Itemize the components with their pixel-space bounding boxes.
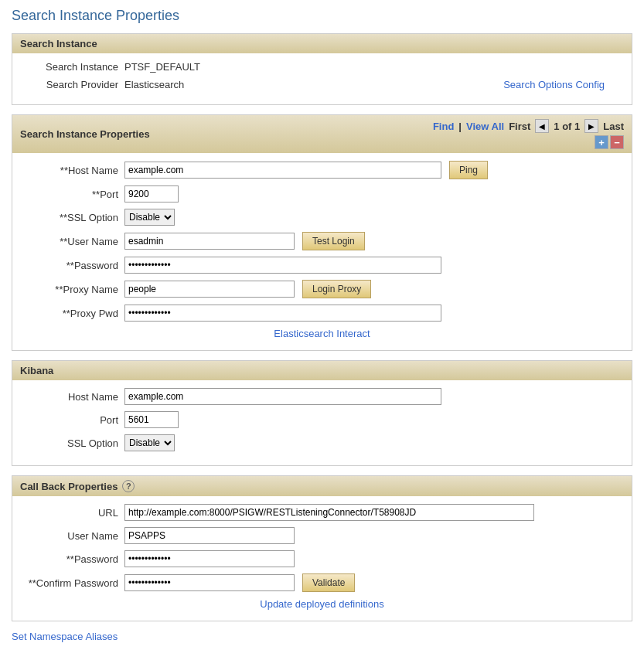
update-deployed-link[interactable]: Update deployed definitions	[260, 598, 383, 610]
host-name-label: *Host Name	[24, 165, 124, 176]
provider-value: Elasticsearch	[124, 79, 503, 90]
page-info: 1 of 1	[554, 121, 580, 132]
kibana-port-row: Port	[24, 411, 620, 428]
kibana-port-input[interactable]	[124, 411, 179, 428]
provider-label: Search Provider	[24, 79, 124, 90]
callback-url-row: URL	[24, 504, 620, 521]
validate-button[interactable]: Validate	[302, 573, 355, 592]
callback-info-icon[interactable]: ?	[122, 480, 135, 492]
remove-row-button[interactable]: −	[610, 135, 624, 149]
kibana-ssl-select[interactable]: Disable Enable	[124, 434, 175, 451]
ssl-row: *SSL Option Disable Enable	[24, 209, 620, 226]
host-name-input[interactable]	[124, 162, 441, 179]
ssl-label: *SSL Option	[24, 212, 124, 223]
page-container: Search Instance Properties Search Instan…	[0, 0, 644, 650]
callback-password-label: *Password	[24, 553, 124, 565]
callback-password-input[interactable]	[124, 550, 295, 567]
username-input[interactable]	[124, 233, 295, 250]
search-instance-header-label: Search Instance	[20, 38, 97, 49]
username-row: *User Name Test Login	[24, 232, 620, 250]
callback-username-input[interactable]	[124, 527, 295, 544]
port-row: *Port	[24, 185, 620, 202]
search-instance-body: Search Instance PTSF_DEFAULT Search Prov…	[12, 53, 632, 104]
bottom-link-area: Set Namespace Aliases	[12, 631, 632, 642]
instance-value: PTSF_DEFAULT	[124, 61, 200, 73]
ssl-select[interactable]: Disable Enable	[124, 209, 175, 226]
test-login-button[interactable]: Test Login	[302, 232, 365, 250]
host-name-row: *Host Name Ping	[24, 161, 620, 179]
page-title: Search Instance Properties	[12, 8, 632, 24]
proxy-name-label: *Proxy Name	[24, 284, 124, 295]
ping-button[interactable]: Ping	[449, 161, 488, 179]
kibana-host-label: Host Name	[24, 391, 124, 403]
callback-url-label: URL	[24, 507, 124, 519]
properties-header-top: Find | View All First ◀ 1 of 1 ▶ Last	[433, 119, 624, 133]
kibana-host-row: Host Name	[24, 388, 620, 405]
callback-header: Call Back Properties ?	[12, 476, 632, 496]
properties-header-label: Search Instance Properties	[20, 128, 150, 140]
kibana-body: Host Name Port SSL Option Disable Enable	[12, 380, 632, 465]
kibana-ssl-label: SSL Option	[24, 437, 124, 449]
callback-url-input[interactable]	[124, 504, 534, 521]
proxy-login-button[interactable]: Login Proxy	[302, 280, 371, 298]
search-instance-header: Search Instance	[12, 34, 632, 53]
callback-confirm-pwd-row: *Confirm Password Validate	[24, 573, 620, 592]
next-page-button[interactable]: ▶	[584, 119, 598, 133]
add-remove-area: + −	[595, 135, 624, 149]
password-row: *Password	[24, 257, 620, 274]
password-input[interactable]	[124, 257, 441, 274]
properties-header-left: Search Instance Properties	[20, 128, 150, 140]
es-interact-row: Elasticsearch Interact	[24, 328, 620, 339]
port-label: *Port	[24, 189, 124, 200]
kibana-section: Kibana Host Name Port SSL Option Disable…	[12, 360, 632, 466]
proxy-name-input[interactable]	[124, 281, 295, 298]
separator: |	[458, 121, 462, 132]
properties-section-header: Search Instance Properties Find | View A…	[12, 115, 632, 153]
callback-confirm-pwd-label: *Confirm Password	[24, 577, 124, 589]
callback-body: URL User Name *Password *Confirm Passwor…	[12, 496, 632, 621]
proxy-pwd-input[interactable]	[124, 305, 441, 322]
search-instance-section: Search Instance Search Instance PTSF_DEF…	[12, 33, 632, 105]
username-label: *User Name	[24, 236, 124, 247]
callback-username-label: User Name	[24, 530, 124, 542]
callback-section: Call Back Properties ? URL User Name *Pa…	[12, 475, 632, 621]
properties-header-right: Find | View All First ◀ 1 of 1 ▶ Last + …	[433, 119, 624, 149]
es-interact-link[interactable]: Elasticsearch Interact	[274, 328, 370, 339]
update-deployed-row: Update deployed definitions	[24, 598, 620, 610]
kibana-header: Kibana	[12, 361, 632, 380]
callback-header-left: Call Back Properties ?	[20, 480, 135, 492]
proxy-pwd-row: *Proxy Pwd	[24, 305, 620, 322]
port-input[interactable]	[124, 185, 179, 202]
callback-header-label: Call Back Properties	[20, 481, 118, 492]
view-all-link[interactable]: View All	[466, 121, 504, 132]
callback-password-row: *Password	[24, 550, 620, 567]
properties-section: Search Instance Properties Find | View A…	[12, 114, 632, 351]
search-options-config-link[interactable]: Search Options Config	[503, 79, 605, 90]
instance-label: Search Instance	[24, 61, 124, 73]
last-label: Last	[603, 121, 624, 132]
password-label: *Password	[24, 260, 124, 271]
kibana-header-label: Kibana	[20, 365, 53, 376]
kibana-host-input[interactable]	[124, 388, 441, 405]
proxy-pwd-label: *Proxy Pwd	[24, 308, 124, 319]
provider-row: Search Provider Elasticsearch Search Opt…	[24, 79, 620, 90]
namespace-link[interactable]: Set Namespace Aliases	[12, 631, 118, 642]
find-link[interactable]: Find	[433, 121, 454, 132]
proxy-name-row: *Proxy Name Login Proxy	[24, 280, 620, 298]
properties-body: *Host Name Ping *Port *SSL Option Disabl…	[12, 153, 632, 350]
prev-page-button[interactable]: ◀	[535, 119, 549, 133]
instance-row: Search Instance PTSF_DEFAULT	[24, 61, 620, 73]
first-label: First	[509, 121, 530, 132]
kibana-ssl-row: SSL Option Disable Enable	[24, 434, 620, 451]
kibana-port-label: Port	[24, 414, 124, 426]
callback-username-row: User Name	[24, 527, 620, 544]
add-row-button[interactable]: +	[595, 135, 608, 149]
callback-confirm-pwd-input[interactable]	[124, 574, 295, 591]
